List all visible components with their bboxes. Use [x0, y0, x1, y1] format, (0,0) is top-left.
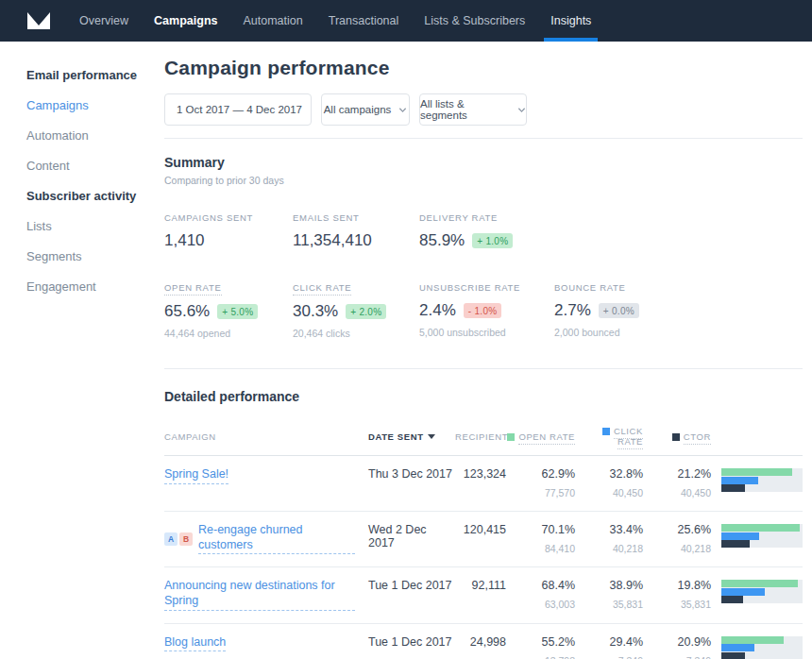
metric-sub-count: 5,000 unsubscribed: [419, 327, 554, 338]
campaign-link[interactable]: Announcing new destinations for Spring: [164, 579, 355, 610]
metric-delivery-rate: DELIVERY RATE 85.9% + 1.0%: [419, 208, 554, 250]
col-date-sent-sort[interactable]: DATE SENT: [368, 431, 455, 442]
sidebar-group-email-performance: Email performance: [26, 68, 164, 82]
change-badge: + 1.0%: [472, 233, 513, 248]
metric-sub-count: 44,464 opened: [164, 328, 293, 339]
click-rate-cell: 29.4%7,349: [575, 635, 643, 659]
metric-unsubscribe-rate: UNSUBSCRIBE RATE 2.4% - 1.0% 5,000 unsub…: [419, 278, 554, 339]
nav-items: Overview Campaigns Automation Transactio…: [79, 0, 591, 42]
metric-click-rate: CLICK RATE 30.3% + 2.0% 20,464 clicks: [293, 278, 419, 339]
col-open-rate[interactable]: OPEN RATE: [506, 431, 575, 442]
rate-mini-bar-chart: [721, 468, 803, 492]
change-badge: + 5.0%: [217, 304, 258, 319]
recipients-cell: 24,998: [455, 635, 506, 649]
sort-desc-icon: [428, 434, 435, 439]
metric-sub-count: 2,000 bounced: [554, 327, 803, 338]
campaigns-filter-dropdown[interactable]: All campaigns: [321, 93, 410, 126]
sidebar-group-subscriber-activity: Subscriber activity: [26, 189, 164, 203]
metric-value: 2.7%: [554, 301, 591, 320]
date-range-picker[interactable]: 1 Oct 2017 — 4 Dec 2017: [164, 93, 312, 126]
date-sent-cell: Tue 1 Dec 2017: [368, 579, 455, 592]
campaign-link[interactable]: Blog launch: [164, 635, 226, 652]
lists-segments-filter-value: All lists & segments: [420, 98, 510, 121]
top-navbar: Overview Campaigns Automation Transactio…: [0, 0, 812, 42]
open-rate-cell: 62.9%77,570: [506, 467, 575, 498]
metric-open-rate: OPEN RATE 65.6% + 5.0% 44,464 opened: [164, 278, 293, 339]
metric-value: 2.4%: [419, 301, 456, 320]
click-rate-cell: 38.9%35,831: [575, 579, 643, 610]
change-badge: + 0.0%: [599, 303, 639, 318]
metric-emails-sent: EMAILS SENT 11,354,410: [293, 208, 419, 250]
metric-bounce-rate: BOUNCE RATE 2.7% + 0.0% 2,000 bounced: [554, 278, 803, 339]
sidebar-item-segments[interactable]: Segments: [26, 249, 164, 263]
sidebar-item-content[interactable]: Content: [26, 159, 164, 173]
nav-item-automation[interactable]: Automation: [243, 0, 302, 42]
metric-value: 85.9%: [419, 231, 465, 250]
table-body: Spring Sale! Thu 3 Dec 2017 123,324 62.9…: [164, 456, 803, 659]
lists-segments-filter-dropdown[interactable]: All lists & segments: [419, 93, 527, 126]
summary-title: Summary: [164, 155, 803, 170]
col-ctor[interactable]: CTOR: [643, 431, 711, 442]
summary-metrics-row-2: OPEN RATE 65.6% + 5.0% 44,464 opened CLI…: [164, 278, 803, 339]
ctor-cell: 20.9%7,349: [643, 635, 711, 659]
summary-subtitle: Comparing to prior 30 days: [164, 175, 803, 186]
col-recipients: RECIPIENTS: [455, 431, 506, 442]
metric-value: 1,410: [164, 231, 205, 250]
metric-sub-count: 20,464 clicks: [293, 328, 419, 339]
campaigns-filter-value: All campaigns: [324, 104, 392, 115]
sidebar: Email performance Campaigns Automation C…: [0, 42, 164, 659]
summary-metrics-row-1: CAMPAIGNS SENT 1,410 EMAILS SENT 11,354,…: [164, 208, 803, 250]
section-divider: [164, 368, 803, 369]
change-badge: + 2.0%: [346, 304, 386, 319]
nav-item-insights[interactable]: Insights: [550, 0, 591, 42]
nav-item-transactional[interactable]: Transactional: [329, 0, 399, 42]
table-row: Blog launch Tue 1 Dec 2017 24,998 55.2%1…: [164, 624, 803, 659]
recipients-cell: 120,415: [455, 523, 506, 536]
open-rate-legend-swatch: [507, 433, 515, 441]
click-rate-cell: 33.4%40,218: [575, 523, 643, 554]
click-rate-cell: 32.8%40,450: [575, 467, 643, 498]
rate-mini-bar-chart: [721, 524, 803, 548]
chevron-down-icon: [398, 106, 407, 114]
campaign-link[interactable]: Spring Sale!: [164, 467, 228, 484]
col-click-rate[interactable]: CLICK RATE: [575, 426, 643, 447]
detailed-performance-title: Detailed performance: [164, 389, 803, 404]
open-rate-cell: 70.1%84,410: [506, 523, 575, 554]
recipients-cell: 123,324: [455, 467, 506, 481]
sidebar-item-campaigns[interactable]: Campaigns: [26, 98, 164, 112]
section-divider: [164, 138, 803, 139]
ctor-cell: 21.2%40,450: [643, 467, 711, 498]
date-sent-cell: Tue 1 Dec 2017: [368, 635, 455, 649]
table-row: AB Re-engage churned customers Wed 2 Dec…: [164, 512, 803, 567]
ctor-legend-swatch: [672, 433, 680, 441]
sidebar-item-lists[interactable]: Lists: [26, 219, 164, 233]
campaign-link[interactable]: Re-engage churned customers: [198, 523, 355, 554]
ctor-cell: 19.8%35,831: [643, 579, 711, 610]
nav-item-campaigns[interactable]: Campaigns: [154, 0, 217, 42]
sidebar-item-automation[interactable]: Automation: [26, 128, 164, 143]
sidebar-item-engagement[interactable]: Engagement: [26, 279, 164, 294]
open-rate-cell: 68.4%63,003: [506, 579, 575, 610]
rate-mini-bar-chart: [721, 580, 803, 603]
click-rate-legend-swatch: [602, 428, 610, 435]
campaign-monitor-logo-icon[interactable]: [26, 11, 51, 30]
date-sent-cell: Thu 3 Dec 2017: [368, 467, 455, 481]
chevron-down-icon: [517, 106, 526, 114]
nav-item-overview[interactable]: Overview: [79, 0, 128, 42]
filters-bar: 1 Oct 2017 — 4 Dec 2017 All campaigns Al…: [164, 93, 803, 126]
metric-campaigns-sent: CAMPAIGNS SENT 1,410: [164, 208, 293, 250]
ctor-cell: 25.6%40,218: [643, 523, 711, 554]
metric-value: 65.6%: [164, 302, 210, 321]
open-rate-cell: 55.2%13,798: [506, 635, 575, 659]
date-sent-cell: Wed 2 Dec 2017: [368, 523, 455, 549]
recipients-cell: 92,111: [455, 579, 506, 592]
metric-value: 30.3%: [293, 302, 338, 321]
metric-value: 11,354,410: [293, 231, 372, 250]
table-header: CAMPAIGN DATE SENT RECIPIENTS OPEN RATE …: [164, 426, 803, 456]
table-row: Announcing new destinations for Spring T…: [164, 567, 803, 623]
main-content: Campaign performance 1 Oct 2017 — 4 Dec …: [164, 42, 812, 659]
change-badge: - 1.0%: [464, 303, 502, 318]
rate-mini-bar-chart: [721, 636, 803, 659]
page-title: Campaign performance: [164, 57, 803, 79]
nav-item-lists-subscribers[interactable]: Lists & Subscribers: [424, 0, 525, 42]
